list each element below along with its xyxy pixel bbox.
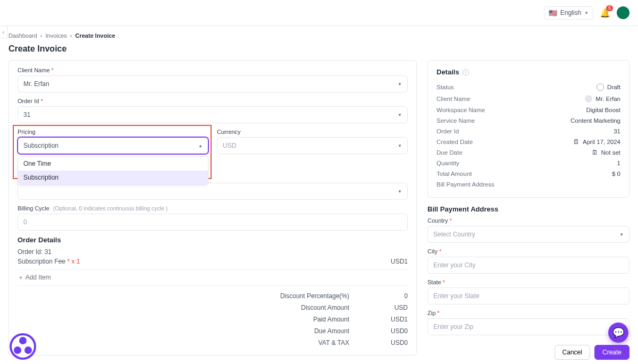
- breadcrumb-dashboard[interactable]: Dashboard: [9, 32, 37, 39]
- paid-amount-value: USD1: [381, 316, 408, 323]
- details-panel: Details i Status Draft Client Name Mr. E…: [427, 60, 629, 198]
- details-service: Content Marketing: [570, 117, 620, 124]
- chevron-down-icon: ▼: [398, 82, 402, 87]
- calendar-icon: 🗓: [592, 149, 598, 156]
- discount-pct-value: 0: [381, 292, 408, 300]
- due-amount-value: USD0: [381, 327, 408, 335]
- chevron-down-icon: ▼: [398, 113, 402, 117]
- svg-point-2: [14, 346, 21, 354]
- discount-amount-label: Discount Amount: [301, 304, 349, 311]
- breadcrumb-current: Create Invoice: [75, 32, 115, 39]
- chevron-right-icon: ›: [40, 32, 43, 39]
- zip-label: Zip *: [427, 310, 629, 316]
- details-order-id: 31: [614, 128, 620, 134]
- details-client-name: Mr. Erfan: [595, 96, 620, 102]
- zip-input[interactable]: [427, 318, 629, 335]
- svg-point-1: [19, 337, 27, 344]
- breadcrumb-invoices[interactable]: Invoices: [46, 32, 67, 39]
- currency-select[interactable]: USD ▼: [217, 137, 408, 154]
- bill-payment-title: Bill Payment Address: [427, 205, 629, 213]
- country-select[interactable]: Select Country ▼: [427, 226, 629, 243]
- city-input[interactable]: [427, 257, 629, 274]
- details-workspace: Digital Boost: [586, 107, 620, 113]
- billing-cycle-label: Billing Cycle (Optional, 0 indicates con…: [18, 205, 408, 211]
- bill-payment-section: Bill Payment Address Country * Select Co…: [427, 205, 629, 341]
- interval-select[interactable]: ▼: [18, 183, 408, 200]
- plus-icon: ＋: [18, 274, 26, 281]
- brand-logo: [10, 333, 36, 360]
- flag-icon: 🇺🇸: [549, 9, 557, 17]
- calendar-icon: 🗓: [573, 139, 580, 145]
- order-details-title: Order Details: [18, 236, 408, 244]
- discount-pct-label: Discount Percentage(%): [280, 292, 349, 300]
- chevron-down-icon: ▼: [398, 143, 402, 148]
- notification-badge: 5: [606, 5, 613, 11]
- person-icon: [585, 95, 592, 103]
- cancel-button[interactable]: Cancel: [555, 345, 590, 360]
- invoice-form: Client Name * Mr. Erfan ▼ Order Id * 31 …: [9, 60, 417, 355]
- footer-actions: Cancel Create: [555, 345, 629, 360]
- chat-bubble[interactable]: 💬: [608, 323, 628, 343]
- client-name-label: Client Name *: [18, 67, 408, 73]
- details-due-date: Not set: [601, 149, 620, 156]
- country-placeholder: Select Country: [433, 231, 475, 238]
- order-id-select[interactable]: 31 ▼: [18, 106, 408, 123]
- pricing-option-subscription[interactable]: Subscription: [18, 171, 208, 184]
- topbar: 🇺🇸 English ▼ 🔔 5: [0, 0, 638, 26]
- chevron-up-icon: ▲: [198, 143, 203, 148]
- page-title: Create Invoice: [9, 41, 629, 60]
- language-select[interactable]: 🇺🇸 English ▼: [544, 6, 593, 20]
- pricing-value: Subscription: [23, 142, 58, 149]
- user-avatar[interactable]: [617, 6, 629, 19]
- client-name-value: Mr. Erfan: [23, 80, 49, 88]
- chevron-right-icon: ›: [70, 32, 72, 39]
- breadcrumb: Dashboard › Invoices › Create Invoice: [9, 26, 629, 41]
- order-id-value: 31: [23, 111, 30, 118]
- totals: Discount Percentage(%) 0 Discount Amount…: [18, 290, 408, 349]
- add-item-button[interactable]: ＋ Add Item: [18, 270, 408, 286]
- pricing-dropdown-menu: One Time Subscription: [18, 156, 208, 185]
- client-name-select[interactable]: Mr. Erfan ▼: [18, 75, 408, 92]
- chevron-down-icon: ▼: [619, 232, 624, 237]
- currency-value: USD: [223, 142, 236, 149]
- paid-amount-label: Paid Amount: [313, 316, 349, 323]
- billing-cycle-input[interactable]: [18, 214, 408, 231]
- pricing-label: Pricing: [18, 129, 208, 135]
- chevron-down-icon: ▼: [398, 189, 402, 194]
- vat-tax-label: VAT & TAX: [318, 339, 349, 346]
- chevron-down-icon: ▼: [584, 11, 589, 15]
- notifications-button[interactable]: 🔔 5: [600, 8, 610, 18]
- discount-amount-value: USD: [381, 304, 408, 311]
- details-total: $ 0: [612, 171, 620, 177]
- info-icon: i: [463, 69, 469, 75]
- currency-label: Currency: [217, 129, 408, 135]
- svg-point-3: [24, 346, 32, 354]
- subscription-fee-item: Subscription Fee * x 1: [18, 258, 80, 265]
- create-button[interactable]: Create: [594, 345, 629, 360]
- pricing-select[interactable]: Subscription ▲: [18, 137, 208, 154]
- status-icon: [597, 83, 604, 91]
- details-quantity: 1: [617, 160, 620, 166]
- chat-icon: 💬: [612, 327, 624, 338]
- order-id-label: Order Id *: [18, 98, 408, 104]
- vat-tax-value: USD0: [381, 339, 408, 346]
- status-value: Draft: [607, 84, 620, 90]
- due-amount-label: Due Amount: [314, 327, 349, 335]
- subscription-fee-amount: USD1: [391, 258, 408, 265]
- details-title: Details i: [436, 68, 620, 76]
- details-created-date: April 17, 2024: [583, 139, 620, 145]
- language-label: English: [560, 9, 581, 16]
- state-label: State *: [427, 279, 629, 285]
- state-input[interactable]: [427, 287, 629, 304]
- order-id-line: Order Id: 31: [18, 248, 52, 256]
- pricing-option-one-time[interactable]: One Time: [18, 157, 208, 171]
- city-label: City *: [427, 248, 629, 255]
- country-label: Country *: [427, 217, 629, 224]
